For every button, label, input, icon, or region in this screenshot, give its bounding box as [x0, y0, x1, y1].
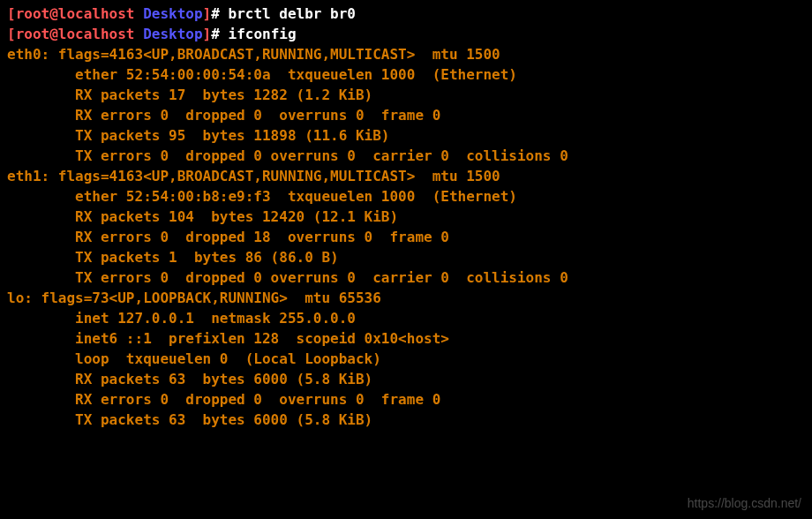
ifconfig-eth0-rxp: RX packets 17 bytes 1282 (1.2 KiB): [7, 85, 805, 105]
ifconfig-eth0-txe: TX errors 0 dropped 0 overruns 0 carrier…: [7, 146, 805, 166]
ifconfig-eth1-header: eth1: flags=4163<UP,BROADCAST,RUNNING,MU…: [7, 166, 805, 186]
prompt-line-1: [root@localhost Desktop]# brctl delbr br…: [7, 4, 805, 24]
ifconfig-lo-txp: TX packets 63 bytes 6000 (5.8 KiB): [7, 410, 805, 430]
ifconfig-lo-header: lo: flags=73<UP,LOOPBACK,RUNNING> mtu 65…: [7, 288, 805, 308]
prompt-line-2: [root@localhost Desktop]# ifconfig: [7, 24, 805, 44]
prompt-symbol: #: [211, 5, 220, 22]
ifconfig-eth1-txp: TX packets 1 bytes 86 (86.0 B): [7, 247, 805, 267]
ifconfig-eth1-rxe: RX errors 0 dropped 18 overruns 0 frame …: [7, 227, 805, 247]
command-1: brctl delbr br0: [229, 5, 357, 22]
ifconfig-lo-rxp: RX packets 63 bytes 6000 (5.8 KiB): [7, 369, 805, 389]
prompt-path: Desktop: [143, 26, 202, 42]
ifconfig-eth0-header: eth0: flags=4163<UP,BROADCAST,RUNNING,MU…: [7, 44, 805, 64]
prompt-user-host: root@localhost: [16, 26, 135, 42]
ifconfig-lo-loop: loop txqueuelen 0 (Local Loopback): [7, 349, 805, 369]
watermark-text: https://blog.csdn.net/: [688, 493, 801, 514]
command-2: ifconfig: [229, 26, 297, 42]
ifconfig-eth1-txe: TX errors 0 dropped 0 overruns 0 carrier…: [7, 267, 805, 288]
prompt-user-host: root@localhost: [16, 5, 135, 22]
terminal-output[interactable]: [root@localhost Desktop]# brctl delbr br…: [7, 4, 805, 430]
ifconfig-eth0-rxe: RX errors 0 dropped 0 overruns 0 frame 0: [7, 105, 805, 125]
prompt-open-bracket: [: [7, 5, 16, 22]
prompt-close-bracket: ]: [203, 5, 212, 22]
ifconfig-lo-inet6: inet6 ::1 prefixlen 128 scopeid 0x10<hos…: [7, 328, 805, 349]
ifconfig-eth0-ether: ether 52:54:00:00:54:0a txqueuelen 1000 …: [7, 64, 805, 85]
ifconfig-eth1-rxp: RX packets 104 bytes 12420 (12.1 KiB): [7, 207, 805, 227]
prompt-open-bracket: [: [7, 26, 16, 42]
ifconfig-lo-rxe: RX errors 0 dropped 0 overruns 0 frame 0: [7, 389, 805, 410]
prompt-close-bracket: ]: [203, 26, 212, 42]
prompt-path: Desktop: [143, 5, 202, 22]
prompt-symbol: #: [211, 26, 220, 42]
ifconfig-eth0-txp: TX packets 95 bytes 11898 (11.6 KiB): [7, 125, 805, 146]
ifconfig-lo-inet: inet 127.0.0.1 netmask 255.0.0.0: [7, 308, 805, 328]
ifconfig-eth1-ether: ether 52:54:00:b8:e9:f3 txqueuelen 1000 …: [7, 186, 805, 207]
